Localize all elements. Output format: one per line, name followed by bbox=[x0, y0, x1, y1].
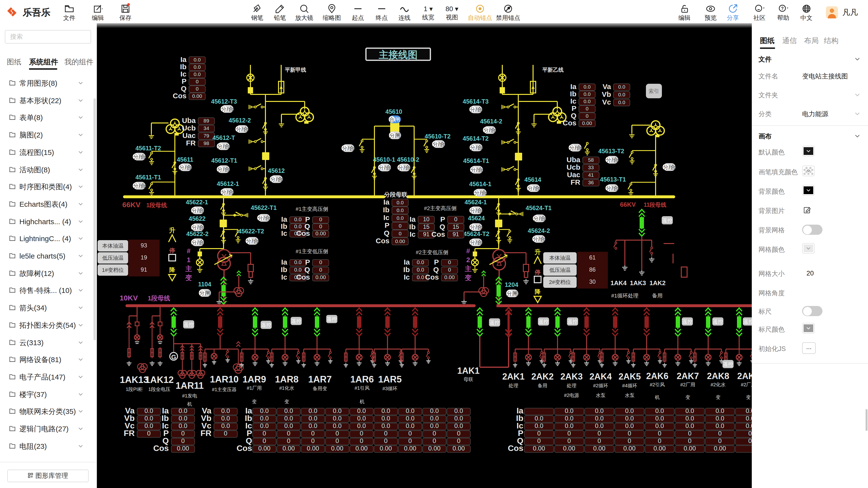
svg-text:FR: FR bbox=[186, 139, 196, 147]
svg-text:0.0: 0.0 bbox=[685, 422, 694, 429]
svg-text:0.0: 0.0 bbox=[417, 274, 424, 280]
svg-text:Ic: Ic bbox=[570, 97, 577, 105]
svg-text:0: 0 bbox=[718, 430, 721, 437]
svg-text:1段全电压: 1段全电压 bbox=[148, 387, 170, 392]
svg-text:0: 0 bbox=[384, 437, 388, 445]
svg-text:0.0: 0.0 bbox=[406, 407, 414, 414]
svg-text:#2主变高压侧: #2主变高压侧 bbox=[424, 205, 457, 211]
svg-text:合: 合 bbox=[186, 164, 192, 170]
svg-text:分: 分 bbox=[474, 190, 479, 196]
svg-text:水泵: 水泵 bbox=[596, 393, 606, 398]
svg-text:合: 合 bbox=[141, 183, 146, 189]
svg-text:/: / bbox=[612, 185, 613, 191]
svg-text:45622-2: 45622-2 bbox=[186, 230, 209, 237]
svg-text:0: 0 bbox=[319, 267, 322, 273]
svg-text:0: 0 bbox=[748, 437, 752, 445]
svg-text:0.0: 0.0 bbox=[655, 422, 664, 429]
svg-text:0: 0 bbox=[454, 216, 457, 223]
svg-text:2AK2: 2AK2 bbox=[531, 371, 554, 382]
svg-text:变: 变 bbox=[185, 274, 192, 282]
svg-text:Ia: Ia bbox=[570, 83, 577, 91]
svg-text:0.0: 0.0 bbox=[381, 422, 390, 429]
svg-text:合: 合 bbox=[199, 239, 204, 246]
svg-text:#1厂用: #1厂用 bbox=[247, 385, 262, 391]
svg-text:0: 0 bbox=[628, 437, 631, 445]
svg-text:0: 0 bbox=[567, 430, 571, 437]
svg-text:0.0: 0.0 bbox=[565, 407, 574, 414]
svg-text:0: 0 bbox=[748, 430, 752, 437]
svg-text:0.00: 0.00 bbox=[593, 445, 606, 452]
svg-text:停: 停 bbox=[534, 269, 540, 275]
svg-text:Ucb: Ucb bbox=[566, 163, 580, 171]
svg-text:Cos: Cos bbox=[376, 237, 390, 245]
svg-text:0.00: 0.00 bbox=[380, 445, 392, 452]
svg-text:分: 分 bbox=[192, 239, 197, 246]
svg-text:0.0: 0.0 bbox=[221, 407, 230, 414]
svg-text:45612-T3: 45612-T3 bbox=[211, 98, 237, 105]
svg-text:34: 34 bbox=[204, 125, 209, 131]
svg-text:分: 分 bbox=[258, 215, 263, 221]
svg-text:0.00: 0.00 bbox=[428, 445, 440, 452]
svg-text:遥控: 遥控 bbox=[184, 322, 194, 327]
svg-text:0.0: 0.0 bbox=[309, 415, 317, 422]
svg-text:0.0: 0.0 bbox=[595, 422, 603, 429]
svg-text:/: / bbox=[276, 176, 278, 182]
svg-text:86: 86 bbox=[589, 266, 596, 273]
svg-text:合: 合 bbox=[389, 117, 395, 123]
svg-text:0.0: 0.0 bbox=[221, 422, 230, 429]
svg-text:0.0: 0.0 bbox=[583, 84, 590, 90]
svg-text:1段PI柜: 1段PI柜 bbox=[126, 387, 143, 392]
svg-text:0.00: 0.00 bbox=[316, 274, 326, 280]
svg-text:P: P bbox=[440, 215, 445, 223]
svg-text:0.0: 0.0 bbox=[333, 422, 341, 429]
svg-text:Ic: Ic bbox=[281, 229, 287, 237]
svg-text:/: / bbox=[139, 154, 141, 160]
svg-text:/: / bbox=[197, 224, 199, 230]
svg-text:0: 0 bbox=[688, 430, 691, 437]
svg-text:0.0: 0.0 bbox=[397, 215, 403, 221]
svg-text:0.00: 0.00 bbox=[282, 445, 295, 452]
svg-text:45610: 45610 bbox=[385, 108, 402, 115]
svg-text:0.0: 0.0 bbox=[715, 422, 724, 429]
svg-text:0.0: 0.0 bbox=[397, 207, 403, 213]
svg-text:0.00: 0.00 bbox=[653, 445, 666, 452]
svg-text:0.00: 0.00 bbox=[355, 445, 368, 452]
svg-text:合: 合 bbox=[477, 106, 483, 112]
svg-text:11段母线: 11段母线 bbox=[644, 202, 666, 208]
svg-text:合: 合 bbox=[253, 238, 259, 244]
svg-text:1AK13: 1AK13 bbox=[120, 375, 149, 385]
svg-text:合: 合 bbox=[477, 239, 483, 246]
svg-text:66KV: 66KV bbox=[122, 201, 141, 209]
svg-text:Q: Q bbox=[384, 229, 390, 237]
svg-text:分: 分 bbox=[179, 164, 185, 170]
svg-text:合: 合 bbox=[613, 185, 619, 191]
svg-text:遥控: 遥控 bbox=[291, 318, 301, 324]
svg-text:遥控: 遥控 bbox=[538, 319, 549, 324]
svg-text:0: 0 bbox=[287, 437, 290, 445]
svg-text:分: 分 bbox=[390, 132, 395, 138]
svg-text:0.0: 0.0 bbox=[655, 407, 664, 414]
svg-text:/: / bbox=[475, 207, 477, 214]
svg-text:变: 变 bbox=[746, 395, 751, 400]
svg-text:58: 58 bbox=[588, 157, 594, 163]
svg-text:合: 合 bbox=[540, 236, 546, 242]
svg-text:0: 0 bbox=[408, 437, 412, 445]
svg-text:0: 0 bbox=[335, 430, 339, 437]
svg-text:合: 合 bbox=[141, 154, 146, 160]
svg-text:1204: 1204 bbox=[505, 281, 518, 288]
svg-text:0: 0 bbox=[384, 430, 388, 437]
svg-text:变: 变 bbox=[284, 399, 289, 404]
svg-text:/: / bbox=[252, 238, 253, 244]
svg-text:机: 机 bbox=[360, 399, 365, 404]
svg-text:分: 分 bbox=[192, 224, 197, 230]
svg-text:#2循环: #2循环 bbox=[593, 383, 608, 388]
svg-text:/: / bbox=[438, 141, 440, 147]
svg-text:合: 合 bbox=[278, 176, 283, 182]
svg-text:Cos: Cos bbox=[173, 92, 186, 100]
svg-text:0.0: 0.0 bbox=[284, 415, 293, 422]
svg-text:Q: Q bbox=[304, 265, 310, 273]
svg-text:合: 合 bbox=[477, 144, 483, 151]
svg-text:0.0: 0.0 bbox=[618, 99, 625, 105]
svg-text:#3循环: #3循环 bbox=[382, 386, 397, 391]
svg-text:45614-T1: 45614-T1 bbox=[463, 157, 489, 164]
